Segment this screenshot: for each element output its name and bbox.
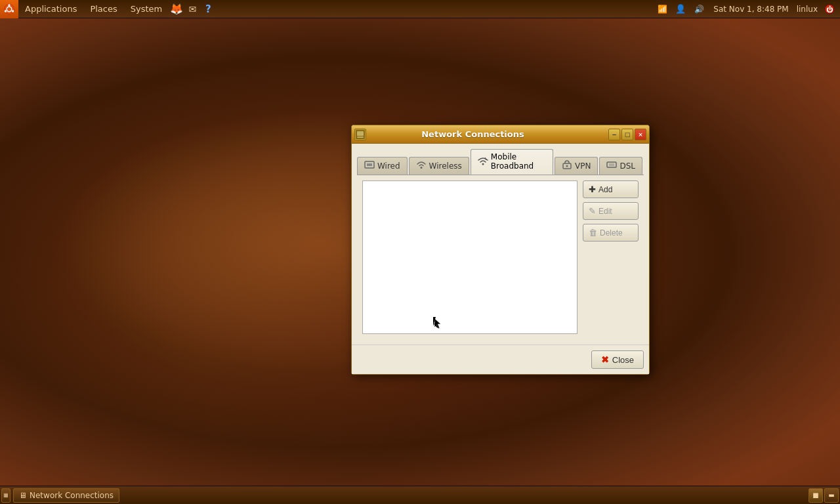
dialog-content: Wired Wireless xyxy=(352,144,649,345)
taskbar-network-connections[interactable]: 🖥 Network Connections xyxy=(13,488,119,503)
maximize-button[interactable]: □ xyxy=(621,129,633,140)
edit-button[interactable]: ✎ Edit xyxy=(583,202,639,220)
edit-icon: ✎ xyxy=(589,206,596,216)
close-label: Close xyxy=(612,355,634,365)
edit-label: Edit xyxy=(598,207,612,216)
svg-rect-17 xyxy=(607,162,616,167)
tab-mobile-broadband[interactable]: Mobile Broadband xyxy=(471,149,553,175)
taskbar-left: ▦ 🖥 Network Connections xyxy=(0,486,121,504)
tabs-bar: Wired Wireless xyxy=(357,149,644,175)
dialog-footer: ✖ Close xyxy=(352,345,649,374)
vpn-tab-label: VPN xyxy=(575,161,591,171)
add-label: Add xyxy=(598,185,612,194)
delete-button[interactable]: 🗑 Delete xyxy=(583,224,639,242)
tab-wireless[interactable]: Wireless xyxy=(409,157,469,175)
svg-point-4 xyxy=(5,10,7,12)
taskbar-nc-label: Network Connections xyxy=(30,491,114,500)
workspace-2-button[interactable]: ▬ xyxy=(824,488,839,503)
add-button[interactable]: ✚ Add xyxy=(583,180,639,198)
power-icon[interactable]: ⏻ xyxy=(822,1,837,17)
tab-panel: ✚ Add ✎ Edit 🗑 Delete xyxy=(357,175,644,339)
taskbar-nc-icon: 🖥 xyxy=(19,491,27,500)
panel-right: 📶 👤 🔊 Sat Nov 1, 8:48 PM linlux ⏻ xyxy=(654,0,840,18)
wired-tab-label: Wired xyxy=(377,161,400,171)
close-window-button[interactable]: × xyxy=(635,129,646,140)
dialog-title: Network Connections xyxy=(370,129,576,139)
dsl-tab-icon xyxy=(606,160,617,171)
firefox-icon[interactable]: 🦊 xyxy=(169,1,184,17)
svg-point-3 xyxy=(12,10,14,12)
help-icon[interactable]: ? xyxy=(200,1,216,17)
titlebar-buttons: − □ × xyxy=(608,129,646,140)
bottom-panel: ▦ 🖥 Network Connections ■ ▬ xyxy=(0,486,840,504)
close-dialog-button[interactable]: ✖ Close xyxy=(591,350,644,369)
dsl-tab-label: DSL xyxy=(620,161,635,171)
side-buttons: ✚ Add ✎ Edit 🗑 Delete xyxy=(583,180,639,334)
user-icon[interactable]: 👤 xyxy=(673,1,688,17)
system-menu[interactable]: System xyxy=(124,0,169,18)
dialog-titlebar: Network Connections − □ × xyxy=(352,125,649,144)
svg-rect-9 xyxy=(357,136,364,138)
panel-left: Applications Places System 🦊 ✉ ? xyxy=(0,0,216,18)
wireless-tab-label: Wireless xyxy=(429,161,462,171)
taskbar-right: ■ ▬ xyxy=(808,486,840,504)
applications-menu[interactable]: Applications xyxy=(18,0,83,18)
vpn-tab-icon xyxy=(562,160,572,171)
show-desktop-button[interactable]: ▦ xyxy=(1,488,10,503)
email-icon[interactable]: ✉ xyxy=(184,1,200,17)
svg-text:⏻: ⏻ xyxy=(826,5,833,13)
delete-icon: 🗑 xyxy=(589,228,597,238)
network-icon[interactable]: 📶 xyxy=(654,1,670,17)
places-menu[interactable]: Places xyxy=(83,0,123,18)
wired-tab-icon xyxy=(364,160,375,171)
panel-username: linlux xyxy=(795,5,819,14)
svg-point-13 xyxy=(482,163,484,165)
mobile-broadband-tab-label: Mobile Broadband xyxy=(491,152,546,171)
add-icon: ✚ xyxy=(589,184,596,194)
mobile-broadband-tab-icon xyxy=(478,156,488,167)
svg-point-12 xyxy=(420,167,422,169)
workspace-1-button[interactable]: ■ xyxy=(808,488,823,503)
tab-vpn[interactable]: VPN xyxy=(555,157,598,175)
svg-rect-11 xyxy=(367,163,372,166)
svg-rect-8 xyxy=(357,131,364,136)
tab-dsl[interactable]: DSL xyxy=(599,157,642,175)
svg-point-2 xyxy=(8,4,10,6)
dialog-window-icon xyxy=(354,129,366,140)
svg-point-16 xyxy=(566,165,568,167)
ubuntu-logo[interactable] xyxy=(0,0,18,18)
connections-list[interactable] xyxy=(362,180,578,334)
minimize-button[interactable]: − xyxy=(608,129,620,140)
panel-clock: Sat Nov 1, 8:48 PM xyxy=(709,5,792,14)
network-connections-dialog: Network Connections − □ × xyxy=(351,125,650,375)
volume-icon[interactable]: 🔊 xyxy=(691,1,707,17)
desktop: Applications Places System 🦊 ✉ ? 📶 👤 🔊 S… xyxy=(0,0,840,504)
top-panel: Applications Places System 🦊 ✉ ? 📶 👤 🔊 S… xyxy=(0,0,840,18)
wireless-tab-icon xyxy=(416,160,427,171)
close-x-icon: ✖ xyxy=(601,354,609,365)
tab-wired[interactable]: Wired xyxy=(357,157,408,175)
delete-label: Delete xyxy=(600,228,623,238)
